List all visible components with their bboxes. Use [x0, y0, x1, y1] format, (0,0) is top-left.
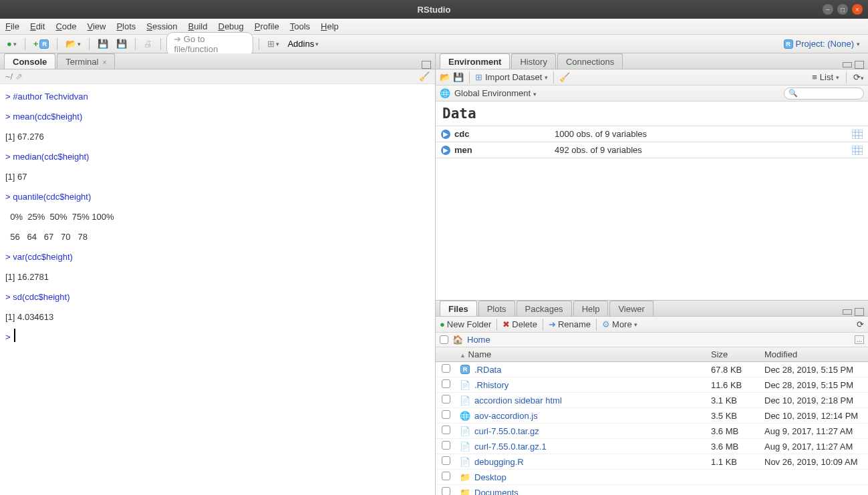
file-row[interactable]: 📄.Rhistory11.6 KBDec 28, 2019, 5:15 PM — [436, 377, 868, 393]
grid-button[interactable]: ⊞▾ — [265, 37, 282, 51]
data-grid-icon[interactable] — [852, 130, 863, 139]
file-modified: Nov 26, 2019, 10:09 AM — [764, 457, 868, 467]
menu-file[interactable]: File — [5, 21, 19, 31]
broom-icon[interactable]: 🧹 — [419, 71, 430, 81]
data-grid-icon[interactable] — [852, 146, 863, 155]
print-button[interactable]: 🖨 — [141, 37, 155, 51]
tab-terminal[interactable]: Terminal× — [57, 53, 115, 69]
row-checkbox[interactable] — [442, 410, 450, 419]
tab-packages[interactable]: Packages — [517, 301, 572, 316]
pane-maximize-icon[interactable] — [855, 308, 864, 316]
tab-console[interactable]: Console — [4, 53, 55, 69]
global-env-selector[interactable]: Global Environment ▾ — [454, 88, 537, 98]
row-checkbox[interactable] — [442, 472, 450, 480]
main-toolbar: ●▾ +R 📂▾ 💾 💾 🖨 ➔ Go to file/function ⊞▾ … — [0, 35, 868, 53]
file-row[interactable]: 📄curl-7.55.0.tar.gz3.6 MBAug 9, 2017, 11… — [436, 424, 868, 439]
new-project-button[interactable]: +R — [31, 37, 52, 51]
minimize-button[interactable]: − — [823, 4, 833, 15]
menu-edit[interactable]: Edit — [30, 21, 45, 31]
global-env-icon: 🌐 — [440, 88, 450, 98]
tab-help[interactable]: Help — [573, 301, 609, 316]
clear-workspace-icon[interactable]: 🧹 — [559, 72, 570, 82]
env-row[interactable]: ▶men492 obs. of 9 variables — [436, 142, 868, 158]
popout-icon[interactable]: ⇗ — [15, 71, 23, 81]
select-all-checkbox[interactable] — [440, 335, 448, 344]
row-checkbox[interactable] — [442, 395, 450, 403]
file-row[interactable]: R.RData67.8 KBDec 28, 2019, 5:15 PM — [436, 362, 868, 377]
maximize-button[interactable]: □ — [837, 4, 848, 15]
file-size: 3.1 KB — [711, 395, 764, 405]
save-all-button[interactable]: 💾 — [114, 37, 130, 51]
refresh-icon[interactable]: ⟳▾ — [853, 72, 864, 82]
env-row[interactable]: ▶cdc1000 obs. of 9 variables — [436, 126, 868, 142]
rename-button[interactable]: ➜Rename — [549, 319, 591, 329]
tab-files[interactable]: Files — [440, 301, 477, 316]
home-icon[interactable]: 🏠 — [452, 335, 463, 345]
rename-icon: ➜ — [549, 319, 556, 329]
menu-code[interactable]: Code — [55, 21, 76, 31]
menu-tools[interactable]: Tools — [290, 21, 310, 31]
menu-build[interactable]: Build — [188, 21, 208, 31]
file-type-icon: 📄 — [460, 395, 470, 405]
header-name[interactable]: ▲ Name — [456, 349, 711, 359]
file-row[interactable]: 📄debugging.R1.1 KBNov 26, 2019, 10:09 AM — [436, 454, 868, 470]
save-button[interactable]: 💾 — [95, 37, 111, 51]
file-row[interactable]: 🌐aov-accordion.js3.5 KBDec 10, 2019, 12:… — [436, 408, 868, 424]
console-body[interactable]: > #author Techvidvan> mean(cdc$height)[1… — [0, 84, 435, 495]
project-selector[interactable]: R Project: (None) ▾ — [784, 39, 864, 49]
file-row[interactable]: 📄curl-7.55.0.tar.gz.13.6 MBAug 9, 2017, … — [436, 439, 868, 454]
menu-profile[interactable]: Profile — [255, 21, 279, 31]
load-workspace-icon[interactable]: 📂 — [440, 72, 450, 82]
breadcrumb-home[interactable]: Home — [467, 335, 490, 345]
menu-help[interactable]: Help — [321, 21, 339, 31]
tab-viewer[interactable]: Viewer — [609, 301, 654, 316]
menu-debug[interactable]: Debug — [219, 21, 244, 31]
delete-icon: ✖ — [502, 319, 510, 329]
file-name: Desktop — [474, 472, 507, 482]
row-checkbox[interactable] — [442, 379, 450, 388]
save-workspace-icon[interactable]: 💾 — [453, 72, 464, 82]
tab-plots[interactable]: Plots — [478, 301, 515, 316]
pane-minimize-icon[interactable] — [422, 61, 431, 69]
row-checkbox[interactable] — [442, 426, 450, 434]
files-list[interactable]: R.RData67.8 KBDec 28, 2019, 5:15 PM📄.Rhi… — [436, 362, 868, 495]
close-button[interactable]: × — [852, 4, 863, 15]
close-icon[interactable]: × — [102, 59, 106, 66]
expand-icon[interactable]: ▶ — [441, 146, 450, 155]
menu-plots[interactable]: Plots — [116, 21, 136, 31]
tab-history[interactable]: History — [511, 53, 555, 69]
file-row[interactable]: 📁Documents — [436, 485, 868, 495]
list-view-button[interactable]: ≡List ▾ — [812, 72, 839, 82]
row-checkbox[interactable] — [442, 441, 450, 450]
menu-session[interactable]: Session — [146, 21, 177, 31]
pane-collapse-icon[interactable] — [843, 62, 852, 67]
console-tabstrip: Console Terminal× — [0, 53, 435, 69]
env-search-input[interactable]: 🔍 — [784, 88, 864, 100]
file-row[interactable]: 📁Desktop — [436, 470, 868, 485]
more-button[interactable]: ⚙More ▾ — [602, 319, 637, 329]
goto-file-input[interactable]: ➔ Go to file/function — [166, 32, 253, 56]
header-modified[interactable]: Modified — [764, 349, 868, 359]
expand-icon[interactable]: ▶ — [441, 130, 450, 139]
file-size: 11.6 KB — [711, 380, 764, 390]
open-file-button[interactable]: 📂▾ — [63, 37, 84, 51]
delete-button[interactable]: ✖Delete — [502, 319, 537, 329]
row-checkbox[interactable] — [442, 456, 450, 465]
file-name: curl-7.55.0.tar.gz.1 — [474, 442, 547, 452]
new-folder-button[interactable]: ●New Folder — [440, 319, 491, 329]
new-file-button[interactable]: ●▾ — [4, 37, 19, 51]
addins-button[interactable]: Addins ▾ — [285, 37, 321, 51]
pane-collapse-icon[interactable] — [843, 309, 852, 315]
pane-maximize-icon[interactable] — [855, 61, 864, 69]
files-refresh-icon[interactable]: ⟳ — [857, 319, 864, 329]
row-checkbox[interactable] — [442, 364, 450, 373]
row-checkbox[interactable] — [442, 487, 450, 495]
tab-environment[interactable]: Environment — [440, 53, 510, 69]
console-line: [1] 67 — [5, 167, 430, 187]
header-size[interactable]: Size — [711, 349, 764, 359]
file-row[interactable]: 📄accordion sidebar html3.1 KBDec 10, 201… — [436, 393, 868, 408]
menu-view[interactable]: View — [87, 21, 106, 31]
import-dataset-button[interactable]: ⊞Import Dataset ▾ — [475, 72, 548, 82]
tab-connections[interactable]: Connections — [557, 53, 623, 69]
more-path-button[interactable]: ... — [855, 335, 864, 344]
